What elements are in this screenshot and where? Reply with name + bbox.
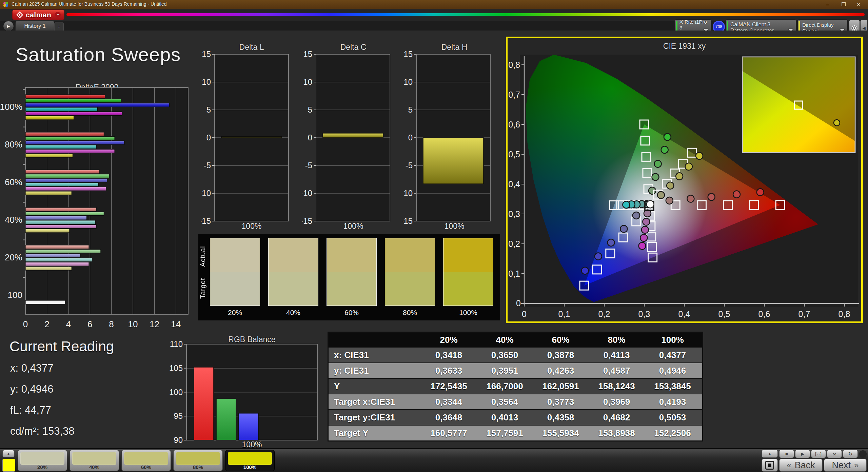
compare-swatch-label: 80%: [385, 309, 435, 317]
delta-l-y-tick: 15: [202, 51, 211, 59]
transport-up-button[interactable]: ▲: [762, 450, 778, 458]
level-swatch-60%[interactable]: 60%: [121, 450, 171, 471]
deltae-bar-red: [25, 170, 100, 174]
cie-measured-red: [757, 189, 764, 196]
maximize-button[interactable]: ❐: [837, 0, 850, 9]
delta-l-y-tick: 0: [206, 133, 211, 142]
calman-menu-button[interactable]: calman: [12, 9, 64, 20]
cie-inset-measured-point: [834, 120, 840, 126]
delta-c-title: Delta C: [319, 43, 387, 52]
stop-button[interactable]: ■: [779, 450, 794, 458]
swatch-list-up-button[interactable]: ▲: [2, 450, 15, 457]
cie-measured-red: [666, 197, 673, 204]
table-row-label: Y: [329, 381, 421, 392]
table-cell: 0,4377: [645, 350, 701, 360]
delta-l-y-tick: -10: [201, 189, 211, 198]
cie-measured-yellow: [676, 173, 683, 180]
deltae-bar-red: [25, 245, 89, 249]
next-button[interactable]: Next »: [824, 459, 867, 472]
target-patch: [269, 272, 318, 306]
add-tab-button[interactable]: +: [54, 22, 64, 31]
infinity-icon: ∞: [833, 451, 836, 457]
minimize-button[interactable]: –: [821, 0, 834, 9]
rgb-balance-xlabel: 100%: [201, 440, 303, 449]
target-patch: [385, 272, 435, 306]
deltae-group-label: 100: [8, 290, 22, 300]
deltae-bar-white: [25, 300, 65, 304]
level-swatch-100%[interactable]: 100%: [225, 450, 275, 471]
deltae-group-label: 20%: [5, 252, 22, 262]
cie-current-point: [647, 200, 654, 208]
close-button[interactable]: ×: [852, 0, 865, 9]
deltae-bar-green: [25, 137, 115, 140]
level-swatch-20%[interactable]: 20%: [18, 450, 67, 471]
actual-target-swatch-strip: Actual Target 20%40%60%80%100%: [198, 234, 500, 320]
delta-h-y-tick: 5: [408, 105, 413, 114]
back-label: Back: [795, 460, 815, 471]
series-read-icon: [··]: [815, 451, 822, 456]
cie-y-tick: 0,7: [508, 90, 520, 99]
table-cell: 0,3650: [477, 350, 533, 360]
next-label: Next: [832, 460, 851, 471]
deltae-bar-cyan: [25, 145, 96, 149]
table-row: Y172,5435166,7000162,0591158,1243153,384…: [329, 378, 702, 394]
level-swatch-40%[interactable]: 40%: [70, 450, 119, 471]
cie-measured-green: [661, 146, 668, 153]
swatch-label: 40%: [70, 464, 119, 470]
deltae-bar-blue: [25, 103, 170, 107]
compare-swatch-60%: [327, 238, 377, 306]
pattern-window-icon: [765, 461, 774, 470]
calman-menu-chevron: [55, 12, 61, 18]
play-button[interactable]: ▶: [795, 450, 810, 458]
reading-2: fL: 44,77: [10, 404, 51, 416]
cie-measured-yellow: [657, 192, 665, 199]
deltae-x-tick: 2: [44, 319, 49, 329]
continuous-read-button[interactable]: ∞: [827, 450, 842, 458]
deltae-bar-yellow: [25, 267, 72, 270]
rgb-balance-chart: 1101051009590: [159, 332, 322, 451]
delta-l-title: Delta L: [218, 43, 285, 52]
swatch-label: 80%: [174, 464, 222, 470]
cie-diagram: 00,10,20,30,40,50,60,70,800,10,20,30,40,…: [508, 38, 861, 321]
delta-h-y-tick: -15: [403, 216, 413, 225]
calman-logo-icon: [16, 11, 23, 19]
cie-measured-blue: [595, 253, 602, 260]
cie-measured-yellow: [696, 152, 703, 159]
actual-patch: [269, 238, 318, 272]
pattern-window-button[interactable]: [762, 459, 778, 472]
cie-zoom-inset: [743, 57, 855, 153]
deltae-bar-green: [25, 99, 121, 103]
level-swatch-80%[interactable]: 80%: [173, 450, 223, 471]
tab-history[interactable]: History 1: [16, 21, 54, 31]
delta-l-y-tick: -5: [204, 161, 211, 170]
cie-y-tick: 0,5: [508, 150, 520, 159]
target-patch: [327, 272, 376, 306]
deltae-bar-yellow: [25, 116, 74, 120]
rgb-bar-green: [216, 399, 236, 440]
target-patch: [443, 272, 493, 306]
table-cell: 0,4358: [533, 412, 589, 423]
table-header-cell: 40%: [477, 335, 533, 345]
table-cell: 0,4113: [589, 350, 645, 360]
back-button[interactable]: « Back: [779, 459, 823, 472]
deltae-bar-cyan: [25, 183, 99, 186]
refresh-button[interactable]: ↻: [843, 450, 858, 458]
delta-h-chart: 151050-5-10-15: [403, 51, 494, 241]
cie-measured-magenta: [639, 242, 646, 250]
cie-measured-red: [687, 195, 694, 202]
delta-h-y-tick: -10: [403, 189, 413, 198]
cie-x-tick: 0,4: [678, 309, 690, 319]
table-row-label: y: CIE31: [329, 366, 421, 376]
stop-icon: ■: [785, 451, 788, 456]
swatch-color: [228, 452, 272, 465]
series-read-button[interactable]: [··]: [811, 450, 826, 458]
cie-measured-cyan: [623, 201, 630, 208]
current-reading-title: Current Reading: [9, 338, 114, 355]
tab-scroll-button[interactable]: ▶: [3, 21, 14, 31]
play-icon: ▶: [801, 451, 804, 456]
table-cell: 0,4013: [477, 412, 533, 423]
table-row: Target x:CIE310,33440,35640,37730,39690,…: [329, 394, 702, 409]
cie-y-tick: 0,3: [508, 209, 520, 219]
calman-logo-text: calman: [26, 11, 51, 19]
table-cell: 160,5777: [421, 428, 477, 438]
